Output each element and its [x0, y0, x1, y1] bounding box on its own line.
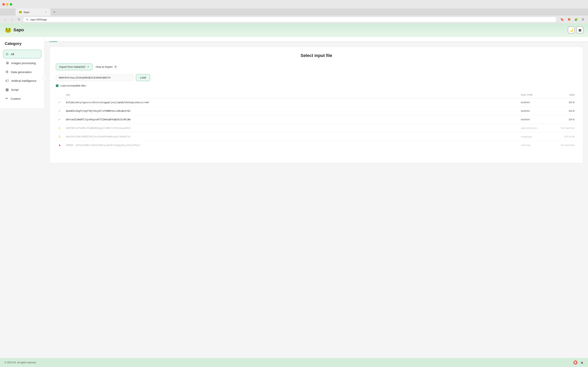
file-type-cell: application/json [521, 127, 537, 129]
cid-cell: QmYnaUZLWmbRTJzpx6kgxoAVT3ZAmhqWY6qWZm33… [66, 118, 130, 121]
file-size-cell: Not Specified [561, 144, 575, 147]
sidebar-item-all[interactable]: ⊞ All [3, 50, 42, 58]
sidebar-item-script[interactable]: ▦ Script [3, 85, 42, 94]
bookmark-icon[interactable]: 🔖 [559, 17, 565, 22]
sidebar-label-script: Script [11, 88, 18, 91]
back-button[interactable]: ‹ [2, 17, 8, 22]
sidebar-item-custom[interactable]: ✏ Custom [3, 94, 42, 103]
app-logo: 🐸 Sapo [5, 27, 24, 33]
layout-toggle-button[interactable]: ▦ [576, 26, 583, 33]
how-to-import-link[interactable]: How to import ? [96, 65, 117, 69]
content-tab-main[interactable] [49, 37, 57, 42]
status-icon: ▲ [58, 143, 61, 147]
refresh-button[interactable]: ↻ [16, 17, 22, 22]
theme-toggle-button[interactable]: 🌙 [568, 26, 575, 33]
logo-emoji: 🐸 [5, 27, 11, 33]
status-icon: ✓ [58, 118, 61, 121]
file-type-cell: text/html [521, 118, 530, 121]
help-icon: ? [114, 65, 117, 69]
sidebar-label-data-generation: Data generation [11, 70, 32, 74]
app-body: Category ⊞ All 🖥 Images processing ⚙ Dat… [0, 37, 588, 358]
cid-cell: bafybeia4cylwpucvcch5xtnx3iqgaptjonjtqmd… [66, 101, 149, 104]
cid-input[interactable] [56, 74, 134, 81]
sidebar-item-images-processing[interactable]: 🖥 Images processing [3, 59, 42, 67]
logo-text: Sapo [13, 27, 24, 33]
browser-chrome: 🐸 Sapo × + ‹ › ↻ 🔍 sapo:3000/app 🔖 🦊 🧩 ☰ [0, 0, 588, 23]
ethereum-icon[interactable]: ◈ [581, 360, 583, 365]
cid-cell: QmdJP4cEbNcU9DBZ2dGjKnuSLWeRhhwN4vpabJ1N… [66, 135, 130, 138]
cid-cell: QmaHEXn2bgFCCUgfTWjFdajAF7zFGMNHYAzsvBko… [66, 110, 130, 112]
sidebar-label-custom: Custom [11, 97, 21, 100]
app-container: 🐸 Sapo 🌙 ▦ Category ⊞ All 🖥 Images proce… [0, 23, 588, 367]
file-type-cell: image/png [521, 135, 532, 138]
footer-copyright: © 2023 KS. All rights reserved [5, 361, 36, 364]
github-icon[interactable]: ⭕ [573, 360, 578, 365]
titlebar [0, 0, 588, 8]
tab-favicon: 🐸 [19, 10, 22, 14]
address-bar[interactable]: 🔍 sapo:3000/app [23, 17, 556, 22]
address-text: sapo:3000/app [30, 18, 47, 21]
col-size: SIZE [554, 92, 577, 98]
col-cid: CID [64, 92, 519, 98]
file-size-cell: 194 B [569, 110, 575, 112]
cid-row: Load [56, 74, 577, 81]
app-header: 🐸 Sapo 🌙 ▦ [0, 23, 588, 37]
table-row: ⚠ QmdJP4cEbNcU9DBZ2dGjKnuSLWeRhhwN4vpabJ… [56, 132, 577, 141]
how-to-import-label: How to import [96, 65, 112, 68]
all-icon: ⊞ [6, 52, 8, 56]
file-type-cell: text/html [521, 101, 530, 104]
tab-close-button[interactable]: × [44, 10, 47, 14]
custom-icon: ✏ [5, 96, 8, 101]
sidebar-title: Category [3, 42, 42, 46]
status-icon: ✓ [58, 109, 61, 113]
traffic-light-green[interactable] [10, 3, 12, 6]
sidebar-collapse-button[interactable]: ‹ [42, 76, 47, 80]
tab-bar: 🐸 Sapo × + [0, 8, 588, 16]
import-controls: Import from DataDAO ▼ How to import ? [56, 64, 577, 70]
traffic-light-red[interactable] [2, 3, 5, 6]
checkbox-label: Load incompatible files [60, 84, 86, 87]
content-tab-bar [45, 37, 588, 42]
images-processing-icon: 🖥 [5, 61, 9, 65]
status-icon: ⚠ [58, 135, 61, 138]
browser-tab[interactable]: 🐸 Sapo × [16, 8, 50, 16]
sidebar-item-artificial-intelligence[interactable]: 🏷 Artifical Intelligence [3, 77, 42, 85]
table-row: ▲ ERROR: QmTkuHzN6ZvJGbuk3QAfpva8nD1shqA… [56, 141, 577, 149]
col-file-type: FILE TYPE [519, 92, 554, 98]
address-bar-row: ‹ › ↻ 🔍 sapo:3000/app 🔖 🦊 🧩 ☰ [0, 16, 588, 23]
status-icon: ✓ [58, 101, 61, 104]
cid-cell: QmRfB6rmGfmGM2aTEgBWd6GmgyX74GMc7ihYkCAa… [66, 127, 130, 129]
tab-title: Sapo [24, 11, 29, 14]
col-status [56, 92, 64, 98]
sidebar-label-all: All [11, 52, 14, 56]
load-incompatible-checkbox[interactable] [56, 84, 59, 87]
status-icon: ⚠ [58, 126, 61, 130]
search-icon: 🔍 [26, 18, 29, 21]
import-from-datadao-button[interactable]: Import from DataDAO ▼ [56, 64, 92, 70]
traffic-lights [2, 3, 12, 6]
content-panel: Select input file Import from DataDAO ▼ … [49, 47, 583, 163]
sidebar: Category ⊞ All 🖥 Images processing ⚙ Dat… [0, 37, 45, 108]
app-footer: © 2023 KS. All rights reserved ⭕ ◈ [0, 358, 588, 367]
new-tab-button[interactable]: + [51, 9, 58, 15]
panel-title: Select input file [56, 53, 577, 58]
extensions-icon[interactable]: 🧩 [573, 17, 579, 22]
sidebar-item-data-generation[interactable]: ⚙ Data generation [3, 68, 42, 76]
file-table: CID FILE TYPE SIZE ✓ bafybeia4cylwpucvcc… [56, 92, 577, 149]
extension-icon[interactable]: 🦊 [566, 17, 572, 22]
content-area: Select input file Import from DataDAO ▼ … [45, 37, 588, 358]
import-btn-label: Import from DataDAO [59, 65, 85, 68]
artificial-intelligence-icon: 🏷 [5, 79, 9, 83]
forward-button[interactable]: › [9, 17, 15, 22]
table-row: ⚠ QmRfB6rmGfmGM2aTEgBWd6GmgyX74GMc7ihYkC… [56, 124, 577, 132]
sidebar-wrapper: Category ⊞ All 🖥 Images processing ⚙ Dat… [0, 37, 45, 358]
sidebar-label-images-processing: Images processing [11, 61, 36, 65]
footer-icons: ⭕ ◈ [573, 360, 583, 365]
load-button[interactable]: Load [136, 74, 150, 81]
menu-icon[interactable]: ☰ [580, 17, 586, 22]
file-size-cell: 329.06 kB [564, 135, 575, 138]
script-icon: ▦ [5, 87, 9, 92]
file-size-cell: Not Specified [561, 127, 575, 129]
file-size-cell: 194 B [569, 118, 575, 121]
traffic-light-yellow[interactable] [6, 3, 8, 6]
